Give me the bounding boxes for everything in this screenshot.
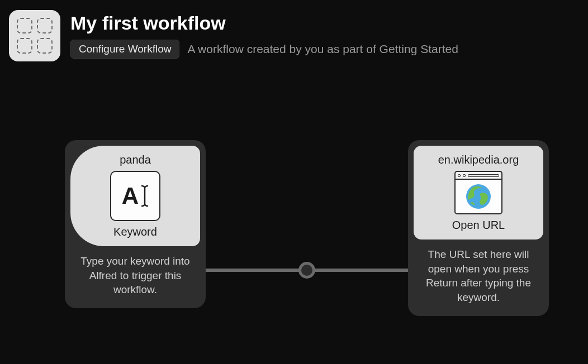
workflow-node-open-url[interactable]: en.wikipedia.org Op bbox=[408, 140, 549, 316]
browser-globe-icon bbox=[454, 171, 502, 214]
configure-workflow-button[interactable]: Configure Workflow bbox=[70, 40, 179, 59]
workflow-description: A workflow created by you as part of Get… bbox=[187, 42, 458, 56]
workflow-title: My first workflow bbox=[70, 12, 458, 34]
text-cursor-icon: A bbox=[110, 171, 160, 221]
node-inner: en.wikipedia.org Op bbox=[414, 146, 543, 240]
node-type-label: Open URL bbox=[452, 219, 505, 232]
icon-slot bbox=[37, 18, 53, 33]
icon-slot bbox=[17, 38, 32, 54]
node-value: panda bbox=[120, 154, 151, 166]
workflow-canvas[interactable]: panda A Keyword Type your keyword into A… bbox=[0, 71, 588, 363]
workflow-node-keyword[interactable]: panda A Keyword Type your keyword into A… bbox=[65, 140, 206, 308]
node-type-label: Keyword bbox=[113, 226, 157, 238]
header: My first workflow Configure Workflow A w… bbox=[0, 0, 588, 71]
node-value: en.wikipedia.org bbox=[438, 154, 519, 166]
globe-icon bbox=[465, 183, 492, 210]
header-subrow: Configure Workflow A workflow created by… bbox=[70, 40, 458, 59]
node-inner: panda A Keyword bbox=[70, 146, 200, 246]
icon-slot bbox=[37, 38, 53, 54]
node-help-text: The URL set here will open when you pres… bbox=[414, 240, 543, 310]
connection-node[interactable] bbox=[298, 262, 315, 279]
workflow-icon-placeholder[interactable] bbox=[9, 10, 60, 61]
node-help-text: Type your keyword into Alfred to trigger… bbox=[70, 246, 200, 303]
header-text: My first workflow Configure Workflow A w… bbox=[70, 10, 458, 59]
icon-slot bbox=[17, 18, 32, 33]
